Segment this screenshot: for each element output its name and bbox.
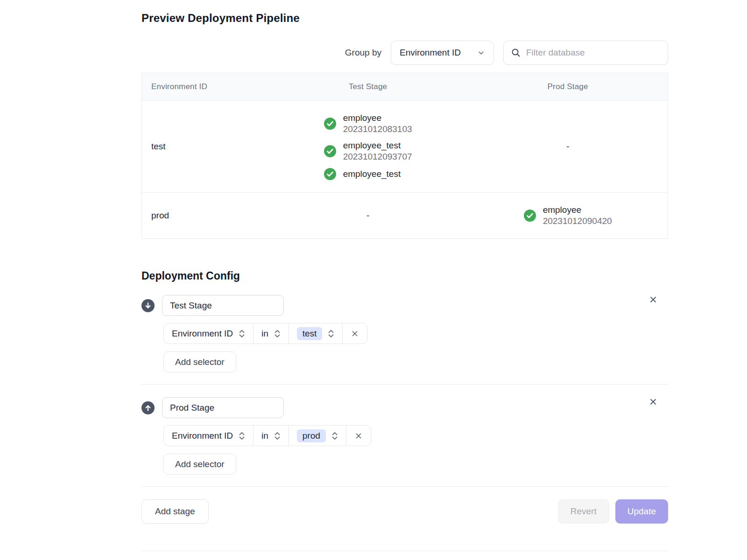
- group-by-label: Group by: [345, 48, 381, 58]
- empty-stage-placeholder: -: [366, 210, 369, 220]
- selector-key-select[interactable]: Environment ID: [164, 323, 253, 343]
- group-by-select[interactable]: Environment ID: [391, 41, 494, 65]
- table-row: test employee 20231012083103: [142, 101, 668, 193]
- stage-divider: [141, 486, 668, 487]
- stage-divider: [141, 384, 668, 385]
- database-name: employee_test: [343, 140, 412, 151]
- selector-value-tag: prod: [297, 429, 326, 442]
- move-stage-down-icon[interactable]: [141, 299, 155, 312]
- updown-chevrons-icon: [328, 329, 334, 338]
- empty-stage-placeholder: -: [566, 141, 569, 151]
- revert-button[interactable]: Revert: [558, 499, 609, 524]
- chevron-down-icon: [477, 49, 485, 57]
- success-check-icon: [324, 145, 336, 157]
- updown-chevrons-icon: [331, 432, 338, 440]
- page-title: Preview Deployment Pipeline: [141, 12, 668, 25]
- add-selector-button[interactable]: Add selector: [163, 351, 236, 372]
- database-name: employee_test: [343, 169, 401, 179]
- database-version: 20231012090420: [543, 216, 612, 226]
- close-icon: [648, 397, 658, 406]
- success-check-icon: [324, 118, 336, 130]
- filter-database-search[interactable]: [503, 41, 668, 65]
- close-icon: [351, 329, 359, 338]
- search-icon: [511, 48, 521, 57]
- updown-chevrons-icon: [274, 432, 281, 440]
- config-footer: Add stage Revert Update: [141, 499, 668, 524]
- database-deployment-item: employee 20231012090420: [524, 205, 612, 226]
- selector-operator-value: in: [261, 431, 268, 441]
- selector-operator-select[interactable]: in: [253, 323, 289, 343]
- stage-config-test: Environment ID in test: [141, 295, 668, 372]
- stage-name-input[interactable]: [162, 397, 284, 418]
- database-deployment-item: employee 20231012083103: [324, 113, 412, 134]
- success-check-icon: [324, 168, 336, 180]
- pipeline-preview-table: Environment ID Test Stage Prod Stage tes…: [141, 73, 668, 239]
- updown-chevrons-icon: [239, 432, 245, 440]
- success-check-icon: [524, 210, 536, 222]
- table-row: prod - employee 20231012090420: [142, 193, 668, 239]
- selector-values-select[interactable]: test: [289, 323, 343, 343]
- stage-config-prod: Environment ID in prod: [141, 397, 668, 475]
- stage-name-input[interactable]: [162, 295, 284, 316]
- selector-key-value: Environment ID: [172, 329, 233, 339]
- group-by-selected-value: Environment ID: [400, 48, 461, 58]
- remove-selector-button[interactable]: [346, 426, 371, 446]
- deployment-config-title: Deployment Config: [141, 270, 668, 282]
- remove-selector-button[interactable]: [342, 323, 367, 343]
- bottom-divider: [141, 551, 668, 551]
- selector: Environment ID in test: [163, 323, 367, 344]
- update-button[interactable]: Update: [615, 499, 668, 524]
- filter-database-input[interactable]: [526, 48, 660, 58]
- selector-values-select[interactable]: prod: [289, 426, 346, 446]
- close-icon: [648, 295, 658, 304]
- selector: Environment ID in prod: [163, 425, 371, 446]
- environment-label: test: [151, 141, 166, 151]
- updown-chevrons-icon: [274, 329, 281, 338]
- remove-stage-button[interactable]: [647, 396, 659, 408]
- column-header-environment-id: Environment ID: [142, 73, 268, 101]
- pipeline-toolbar: Group by Environment ID: [141, 41, 668, 65]
- database-version: 20231012093707: [343, 152, 412, 162]
- updown-chevrons-icon: [239, 329, 245, 338]
- selector-value-tag: test: [297, 327, 323, 340]
- add-stage-button[interactable]: Add stage: [141, 499, 209, 524]
- database-list: employee 20231012090420: [524, 205, 612, 226]
- selector-operator-value: in: [261, 329, 268, 339]
- database-list: employee 20231012083103 employee_test 20…: [324, 113, 412, 180]
- database-deployment-item: employee_test: [324, 168, 401, 180]
- remove-stage-button[interactable]: [647, 294, 659, 306]
- close-icon: [354, 432, 363, 440]
- table-header-row: Environment ID Test Stage Prod Stage: [142, 73, 668, 101]
- database-deployment-item: employee_test 20231012093707: [324, 140, 412, 162]
- column-header-prod-stage: Prod Stage: [468, 73, 668, 101]
- database-version: 20231012083103: [343, 124, 412, 134]
- selector-key-value: Environment ID: [172, 431, 233, 441]
- selector-operator-select[interactable]: in: [253, 426, 289, 446]
- main-content: Preview Deployment Pipeline Group by Env…: [141, 0, 668, 551]
- environment-label: prod: [151, 210, 169, 220]
- database-name: employee: [543, 205, 612, 215]
- add-selector-button[interactable]: Add selector: [163, 454, 236, 475]
- move-stage-up-icon[interactable]: [141, 401, 155, 414]
- column-header-test-stage: Test Stage: [268, 73, 468, 101]
- selector-key-select[interactable]: Environment ID: [164, 426, 253, 446]
- database-name: employee: [343, 113, 412, 123]
